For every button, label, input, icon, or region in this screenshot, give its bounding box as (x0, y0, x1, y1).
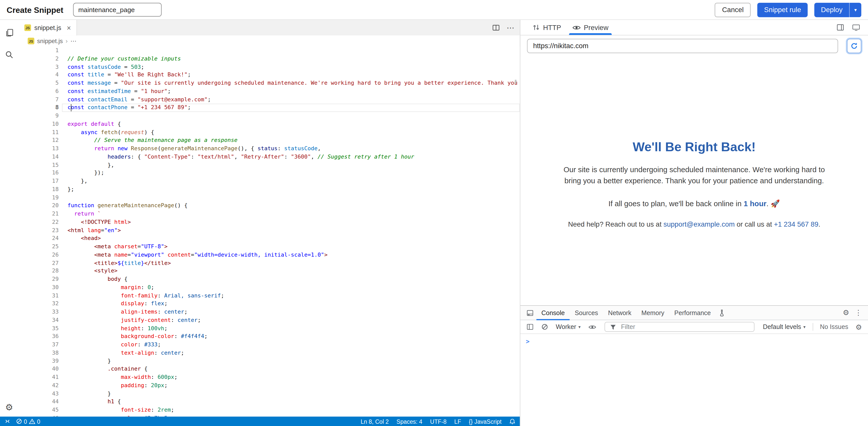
caret-down-icon: ▾ (578, 324, 581, 330)
status-left: 0 0 (4, 418, 46, 425)
problems-indicator[interactable]: 0 0 (16, 418, 40, 425)
refresh-icon (850, 42, 858, 50)
kebab-menu-icon[interactable]: ⋮ (852, 309, 865, 317)
search-icon[interactable] (2, 48, 17, 62)
preview-paragraph: Our site is currently undergoing schedul… (554, 165, 834, 187)
devtools-tabbar: Console Sources Network Memory Performan… (520, 306, 868, 320)
context-label: Worker (556, 323, 576, 330)
text-cursor (71, 104, 71, 112)
app-window: Create Snippet Cancel Snippet rule Deplo… (0, 0, 868, 426)
maintenance-page: We'll Be Right Back! Our site is current… (528, 56, 861, 228)
language-label: JavaScript (474, 418, 501, 425)
gear-glyph: ⚙ (843, 309, 849, 317)
tab-http[interactable]: HTTP (527, 20, 566, 35)
status-bar: 0 0 Ln 8, Col 2 Spaces: 4 UTF-8 LF {} Ja… (0, 417, 520, 426)
devtools-tab-performance[interactable]: Performance (669, 306, 716, 320)
tab-http-label: HTTP (543, 24, 561, 31)
experiments-flask-icon[interactable] (716, 306, 728, 320)
indentation-setting[interactable]: Spaces: 4 (397, 418, 423, 425)
warning-count: 0 (37, 418, 40, 425)
encoding-setting[interactable]: UTF-8 (430, 418, 446, 425)
console-sidebar-icon[interactable] (524, 323, 536, 330)
log-levels-selector[interactable]: Default levels ▾ (760, 323, 808, 330)
help-prefix: Need help? Reach out to us at (568, 221, 663, 228)
files-icon[interactable] (2, 25, 17, 40)
devtools-dock-icon[interactable] (524, 306, 536, 320)
tabbar-actions: ⋯ (77, 20, 520, 35)
cancel-button[interactable]: Cancel (715, 2, 751, 17)
tab-preview[interactable]: Preview (567, 20, 614, 35)
eol-setting[interactable]: LF (455, 418, 461, 425)
panel-right-icon[interactable] (837, 24, 844, 31)
caret-down-icon: ▾ (803, 324, 806, 330)
language-mode[interactable]: {} JavaScript (469, 418, 501, 425)
clear-console-icon[interactable] (538, 323, 551, 330)
live-expression-eye-icon[interactable] (586, 324, 599, 330)
status-right: Ln 8, Col 2 Spaces: 4 UTF-8 LF {} JavaSc… (353, 418, 515, 425)
preview-contact-line: Need help? Reach out to us at support@ex… (528, 221, 861, 228)
toolbar-separator (813, 323, 813, 331)
javascript-file-icon: JS (28, 37, 34, 44)
http-icon (532, 24, 540, 31)
email-link[interactable]: support@example.com (663, 221, 735, 228)
devtools-tab-console[interactable]: Console (536, 306, 570, 320)
tab-label: snippet.js (34, 24, 61, 31)
top-header: Create Snippet Cancel Snippet rule Deplo… (0, 0, 868, 20)
issues-counter[interactable]: No Issues (817, 323, 850, 330)
split-editor-icon[interactable] (492, 24, 500, 32)
breadcrumb-more[interactable]: ⋯ (70, 37, 76, 45)
console-filter[interactable] (604, 322, 755, 332)
eye-icon (572, 25, 581, 30)
warnings-icon (29, 418, 35, 424)
filter-funnel-icon (607, 324, 619, 330)
deploy-dropdown-button[interactable]: ▾ (849, 2, 861, 17)
help-middle: or call us at (735, 221, 774, 228)
device-preview-icon[interactable] (852, 24, 860, 31)
tab-snippet-js[interactable]: JS snippet.js × (19, 20, 77, 35)
preview-eta-line: If all goes to plan, we'll be back onlin… (528, 199, 861, 208)
breadcrumb-file[interactable]: snippet.js (37, 37, 63, 44)
url-bar (520, 35, 868, 57)
code-editor[interactable]: 1234567891011121314151617181920212223242… (19, 47, 520, 417)
errors-icon (16, 418, 22, 424)
levels-label: Default levels (763, 323, 801, 330)
snippet-rule-button[interactable]: Snippet rule (757, 2, 808, 17)
console-settings-gear-icon[interactable]: ⚙ (852, 323, 865, 331)
devtools-tab-sources[interactable]: Sources (570, 306, 603, 320)
remote-indicator-icon[interactable] (4, 418, 10, 424)
main-split: ⚙ JS snippet.js × (0, 20, 868, 426)
gear-icon[interactable]: ⚙ (2, 400, 17, 415)
filter-input[interactable] (621, 323, 752, 330)
page-title: Create Snippet (6, 5, 63, 14)
console-output[interactable]: > (520, 334, 868, 426)
help-suffix: . (818, 221, 820, 228)
more-actions-icon[interactable]: ⋯ (506, 24, 514, 32)
gutter[interactable]: 1234567891011121314151617181920212223242… (19, 47, 59, 417)
url-input[interactable] (527, 39, 838, 53)
deploy-button[interactable]: Deploy (814, 2, 849, 17)
snippet-name-input[interactable] (73, 3, 162, 17)
breadcrumb[interactable]: JS snippet.js › ⋯ (19, 35, 520, 47)
devtools-panel: Console Sources Network Memory Performan… (520, 305, 868, 426)
close-icon[interactable]: × (67, 24, 71, 31)
chevron-right-icon: › (65, 37, 67, 44)
eta-value: 1 hour (744, 199, 767, 208)
preview-tabbar-actions (837, 20, 868, 35)
preview-pane: HTTP Preview (520, 20, 868, 426)
code-lines[interactable]: // Define your customizable inputsconst … (67, 47, 520, 417)
phone-link[interactable]: +1 234 567 89 (774, 221, 818, 228)
context-selector[interactable]: Worker ▾ (553, 323, 584, 330)
devtools-settings-gear-icon[interactable]: ⚙ (840, 309, 852, 317)
devtools-tab-memory[interactable]: Memory (636, 306, 669, 320)
error-count: 0 (24, 418, 27, 425)
activity-bar: ⚙ (0, 20, 19, 417)
editor-pane: ⚙ JS snippet.js × (0, 20, 520, 426)
bell-icon[interactable] (509, 418, 515, 424)
editor-column: JS snippet.js × ⋯ JS (19, 20, 520, 417)
deploy-split-button: Deploy ▾ (814, 2, 862, 17)
devtools-tab-network[interactable]: Network (603, 306, 636, 320)
cursor-position[interactable]: Ln 8, Col 2 (361, 418, 389, 425)
gear-glyph: ⚙ (5, 402, 13, 413)
refresh-button[interactable] (847, 39, 861, 53)
console-prompt[interactable]: > (526, 338, 530, 345)
